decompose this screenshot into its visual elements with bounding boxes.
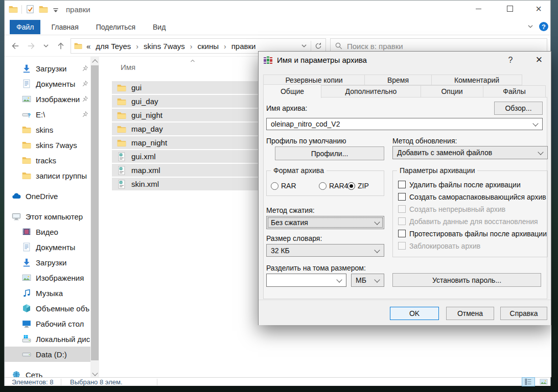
sidebar-item[interactable]: Этот компьютер [5,209,90,224]
check-doc-icon[interactable] [26,5,35,14]
archive-format-radio[interactable]: RAR4 [319,182,348,190]
sidebar-scrollbar[interactable] [90,57,99,378]
profiles-button[interactable]: Профили... [275,146,384,160]
ribbon-tab[interactable]: Файл [10,20,40,34]
forward-button[interactable] [26,40,38,52]
ok-button[interactable]: OK [390,307,439,320]
chevron-down-icon [538,149,543,155]
details-view-button[interactable] [522,377,535,386]
dialog-titlebar[interactable]: Имя и параметры архива ? × [259,52,551,69]
file-name: gui [131,83,142,92]
update-method-dropdown[interactable]: Добавить с заменой файлов [392,146,548,159]
archive-name-input[interactable]: oleinap_nitro_cod_V2 [266,118,543,130]
dialog-tab[interactable]: Опции [421,85,483,97]
archive-option-checkbox[interactable]: Удалить файлы после архивации [398,180,547,189]
dialog-tab[interactable]: Общие [263,84,321,98]
details-view-icon [524,378,532,386]
radio-icon [319,182,327,190]
breadcrumb-item[interactable]: скины [185,42,219,51]
set-password-button[interactable]: Установить пароль... [392,273,541,287]
dialog-tab[interactable]: Резервные копии [263,75,365,85]
folder-icon[interactable] [39,5,48,14]
dialog-help-button[interactable]: ? [503,54,518,67]
sidebar-item[interactable]: Изображени [5,91,90,107]
dialog-tab[interactable]: Комментарий [431,75,522,85]
pin-icon [81,65,88,72]
split-volumes-input[interactable] [266,274,346,287]
customize-quick-access-icon[interactable] [52,7,59,14]
sidebar-item[interactable]: Видео [5,224,90,239]
breadcrumb-item[interactable]: для Teyes [96,42,131,51]
sidebar-item[interactable]: OneDrive [5,188,90,204]
sidebar-item[interactable]: Сеть [5,367,90,378]
cancel-button[interactable]: Отмена [446,307,494,320]
dictionary-size-dropdown[interactable]: 32 КБ [266,244,384,257]
split-unit-dropdown[interactable]: МБ [351,274,384,287]
scrollbar-thumb[interactable] [91,65,99,360]
archive-option-checkbox[interactable]: Создать непрерывный архив [398,205,547,213]
search-icon [335,42,343,50]
column-header-name[interactable]: Имя [121,63,135,71]
sort-caret-icon[interactable] [190,58,196,64]
dialog-tab[interactable]: Дополнительно [321,85,421,97]
help-button[interactable]: Справка [500,307,547,320]
sidebar-item[interactable]: Загрузки [5,255,90,270]
refresh-icon[interactable] [314,42,322,50]
archive-option-checkbox[interactable]: Добавить данные для восстановления [398,217,547,226]
scroll-up-button[interactable] [90,57,99,65]
breadcrumb-prefix: « [86,42,90,51]
address-dropdown-icon[interactable] [300,42,308,50]
file-name: gui_day [131,97,158,106]
sidebar-item[interactable]: Документы [5,239,90,255]
minimize-button[interactable] [467,1,490,17]
maximize-button[interactable] [498,1,522,17]
xml-file-icon [117,152,126,161]
sidebar-item[interactable]: tracks [5,153,90,168]
chevron-down-icon [374,219,380,225]
ribbon-tab[interactable]: Вид [146,20,172,34]
archive-format-radio[interactable]: ZIP [347,182,369,190]
archive-option-checkbox[interactable]: Создать самораспаковывающийся архив [398,192,547,201]
up-button[interactable] [55,40,67,52]
sidebar-item[interactable]: Data (D:) [5,347,90,362]
sidebar-item[interactable]: skins [5,122,90,137]
sidebar-item[interactable]: Локальный дис [5,331,90,347]
ribbon-tab[interactable]: Главная [44,20,85,34]
sidebar-item[interactable]: Загрузки [5,61,90,76]
split-volumes-label: Разделить на тома размером: [266,264,366,272]
sidebar-item[interactable]: skins 7ways [5,137,90,153]
browse-button[interactable]: Обзор... [494,102,543,115]
ribbon-collapse-icon[interactable] [527,23,534,30]
archive-format-radio[interactable]: RAR [271,182,296,190]
downloads-icon [22,64,31,73]
ribbon-tab[interactable]: Поделиться [89,20,142,34]
profile-label: Профиль по умолчанию [266,137,346,145]
help-icon[interactable]: ? [539,22,548,31]
sidebar-item[interactable]: Документы [5,76,90,91]
thumbnails-view-button[interactable] [537,377,550,386]
compression-method-dropdown[interactable]: Без сжатия [266,216,384,229]
sidebar-item[interactable]: записи группы [5,168,90,183]
desktop-icon [22,319,31,328]
breadcrumb-item[interactable]: skins 7ways [131,42,185,51]
checkbox-icon [398,230,406,237]
dialog-close-button[interactable]: × [530,53,548,67]
recent-locations-button[interactable] [41,40,51,52]
breadcrumb-item[interactable]: правки [219,42,255,51]
close-button[interactable]: × [527,1,550,17]
archive-option-checkbox[interactable]: Протестировать файлы после архивации [398,229,547,238]
screen: правки × ФайлГлавнаяПоделитьсяВид ? « [0,0,558,392]
back-button[interactable] [9,40,21,52]
sidebar-item[interactable]: Объемные объ [5,301,90,316]
sidebar-item[interactable]: Изображения [5,270,90,285]
folder-icon [22,125,31,134]
dialog-tab[interactable]: Время [364,75,432,85]
folder-icon [9,5,18,14]
sidebar-item[interactable]: Рабочий стол [5,316,90,331]
sidebar-item[interactable]: ? E:\ [5,107,90,122]
dialog-tab[interactable]: Файлы [483,85,546,97]
sidebar-item[interactable]: Музыка [5,285,90,301]
sidebar-item-label: Загрузки [36,64,66,73]
window-title: правки [66,5,90,14]
archive-option-checkbox[interactable]: Заблокировать архив [398,241,547,250]
